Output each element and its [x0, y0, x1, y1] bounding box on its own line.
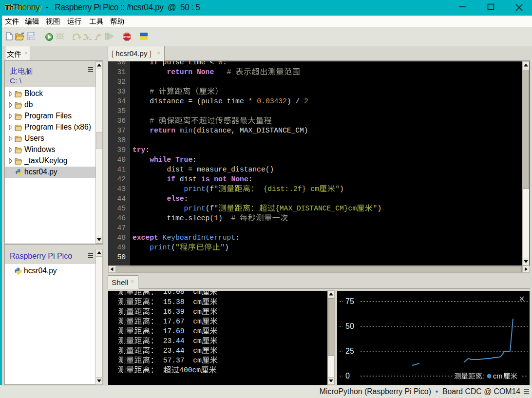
svg-text:STOP: STOP [123, 36, 131, 38]
